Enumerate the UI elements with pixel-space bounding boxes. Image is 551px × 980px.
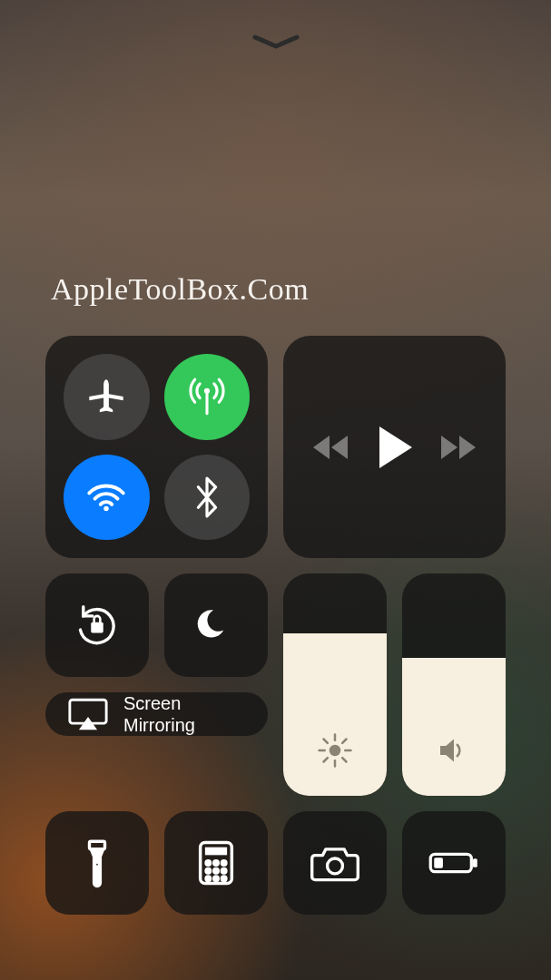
volume-slider[interactable]	[402, 573, 506, 796]
svg-point-33	[328, 858, 343, 874]
svg-point-29	[221, 868, 226, 873]
media-previous-button[interactable]	[311, 434, 351, 461]
svg-line-16	[324, 740, 328, 743]
svg-marker-10	[79, 717, 97, 730]
wifi-toggle[interactable]	[64, 455, 150, 541]
svg-point-21	[94, 862, 99, 867]
svg-point-25	[214, 861, 219, 866]
camera-button[interactable]	[283, 811, 387, 915]
svg-point-0	[204, 388, 210, 394]
antenna-icon	[184, 374, 230, 419]
camera-icon	[310, 844, 359, 882]
connectivity-module[interactable]	[45, 336, 268, 558]
svg-marker-6	[441, 436, 458, 459]
svg-marker-7	[459, 436, 476, 459]
airplay-icon	[67, 697, 109, 731]
watermark-text: AppleToolBox.Com	[51, 272, 309, 307]
svg-line-19	[342, 740, 346, 743]
svg-point-27	[206, 868, 211, 873]
svg-line-17	[342, 758, 346, 761]
svg-marker-4	[313, 436, 330, 459]
airplane-icon	[85, 376, 127, 417]
rotation-lock-icon	[73, 601, 122, 650]
control-center: Screen Mirroring	[45, 336, 506, 915]
svg-rect-35	[473, 858, 477, 867]
calculator-button[interactable]	[164, 811, 268, 915]
svg-marker-3	[331, 436, 348, 459]
battery-low-icon	[428, 848, 480, 877]
cellular-data-toggle[interactable]	[164, 354, 251, 440]
media-play-button[interactable]	[374, 425, 414, 470]
bluetooth-icon	[189, 475, 225, 519]
screen-mirroring-label: Screen Mirroring	[123, 692, 195, 736]
media-module[interactable]	[283, 336, 506, 558]
brightness-slider[interactable]	[283, 573, 387, 796]
moon-icon	[196, 605, 236, 645]
rewind-icon	[311, 434, 351, 461]
brightness-fill	[283, 633, 387, 796]
svg-line-18	[324, 758, 328, 761]
svg-point-11	[330, 745, 341, 757]
calculator-icon	[197, 839, 235, 887]
screen-mirroring-button[interactable]: Screen Mirroring	[45, 692, 268, 736]
volume-icon-wrap	[402, 732, 506, 769]
do-not-disturb-toggle[interactable]	[164, 573, 268, 677]
svg-rect-36	[434, 858, 443, 867]
flashlight-icon	[82, 838, 113, 888]
bluetooth-toggle[interactable]	[164, 455, 251, 541]
wifi-icon	[84, 475, 129, 520]
svg-point-24	[206, 861, 211, 866]
fast-forward-icon	[438, 434, 477, 461]
svg-point-2	[104, 506, 109, 511]
speaker-icon	[436, 732, 472, 769]
flashlight-button[interactable]	[45, 811, 149, 915]
svg-point-26	[221, 861, 226, 866]
svg-rect-23	[205, 848, 227, 856]
airplane-mode-toggle[interactable]	[64, 354, 150, 440]
low-power-mode-button[interactable]	[402, 811, 506, 915]
brightness-icon-wrap	[283, 732, 387, 769]
svg-rect-8	[91, 622, 103, 633]
svg-rect-20	[90, 841, 105, 849]
svg-point-28	[214, 868, 219, 873]
svg-marker-5	[379, 426, 412, 468]
chevron-down-icon	[251, 34, 300, 50]
svg-rect-9	[70, 700, 106, 723]
svg-point-31	[214, 877, 219, 881]
svg-point-32	[221, 877, 226, 881]
dismiss-handle[interactable]	[249, 33, 303, 51]
orientation-lock-toggle[interactable]	[45, 573, 149, 677]
play-icon	[374, 425, 414, 470]
svg-rect-22	[201, 842, 232, 883]
volume-fill	[402, 658, 506, 796]
sun-icon	[317, 732, 353, 769]
media-next-button[interactable]	[438, 434, 477, 461]
svg-point-30	[206, 877, 211, 881]
svg-rect-34	[430, 854, 471, 871]
